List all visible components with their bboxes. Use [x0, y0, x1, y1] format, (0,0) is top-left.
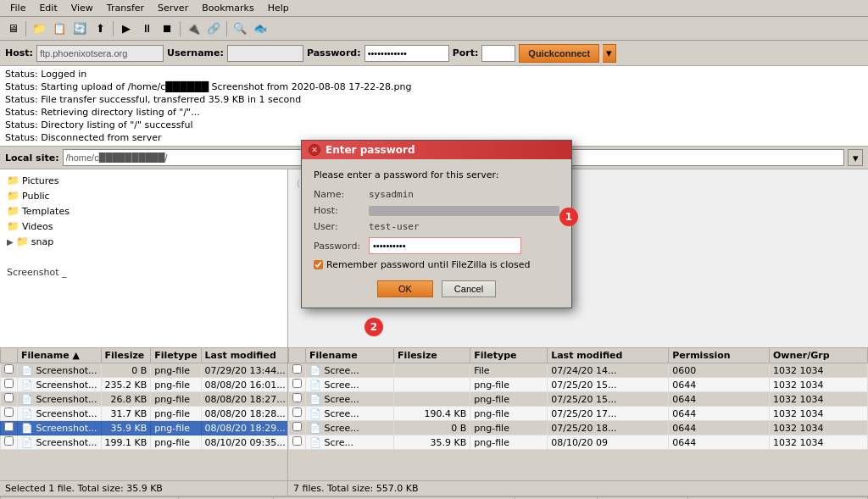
dialog-host-label: Host:: [314, 205, 369, 216]
dialog-password-row: Password:: [314, 237, 559, 254]
dialog-remember-checkbox[interactable]: [314, 260, 323, 269]
dialog-close-button[interactable]: ✕: [309, 144, 320, 156]
dialog-remember-row: Remember password until FileZilla is clo…: [314, 259, 559, 270]
dialog-overlay: ✕ Enter password Please enter a password…: [0, 0, 868, 499]
dialog-user-label: User:: [314, 221, 369, 232]
dialog-body: Please enter a password for this server:…: [302, 159, 571, 308]
dialog-user-row: User: test-user: [314, 221, 559, 232]
dialog-host-value: [369, 206, 559, 216]
dialog-password-label: Password:: [314, 241, 369, 252]
enter-password-dialog: ✕ Enter password Please enter a password…: [301, 140, 572, 308]
dialog-password-input[interactable]: [369, 237, 521, 254]
screenshot-label: Screenshot _: [4, 266, 70, 279]
dialog-title: Enter password: [326, 144, 565, 156]
dialog-ok-button[interactable]: OK: [377, 280, 433, 297]
dialog-titlebar: ✕ Enter password: [302, 141, 571, 159]
annotation-2: 2: [364, 318, 383, 336]
dialog-host-row: Host:: [314, 205, 559, 216]
dialog-buttons: OK Cancel: [314, 280, 559, 297]
dialog-cancel-button[interactable]: Cancel: [442, 280, 496, 297]
dialog-subtitle: Please enter a password for this server:: [314, 169, 559, 180]
dialog-user-value: test-user: [369, 221, 559, 232]
dialog-name-row: Name: sysadmin: [314, 189, 559, 200]
dialog-remember-label: Remember password until FileZilla is clo…: [326, 259, 530, 270]
dialog-name-label: Name:: [314, 189, 369, 200]
dialog-name-value: sysadmin: [369, 189, 559, 200]
annotation-1: 1: [559, 208, 578, 226]
